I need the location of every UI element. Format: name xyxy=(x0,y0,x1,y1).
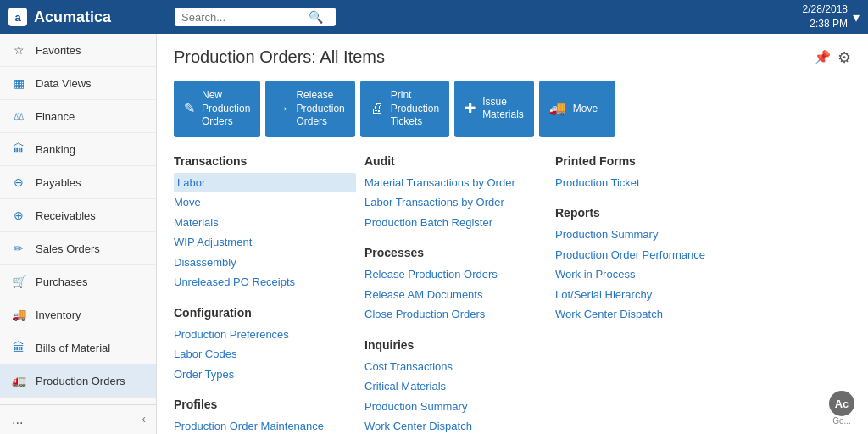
datetime: 2/28/2018 2:38 PM xyxy=(803,3,848,31)
menu-item-close-production-orders[interactable]: Close Production Orders xyxy=(364,304,547,325)
sidebar-item-payables[interactable]: ⊖ Payables xyxy=(0,166,156,199)
menu-item-wip-adjustment[interactable]: WIP Adjustment xyxy=(174,232,356,253)
menu-item-labor-transactions-by-order[interactable]: Labor Transactions by Order xyxy=(364,192,547,213)
sidebar-item-favorites[interactable]: ☆ Favorites xyxy=(0,34,156,67)
move-button[interactable]: 🚚 Move xyxy=(539,81,615,137)
topbar: a Acumatica 🔍 2/28/2018 2:38 PM ▾ xyxy=(0,0,868,34)
purchases-icon: 🛒 xyxy=(10,273,27,290)
favorites-icon: ☆ xyxy=(10,42,27,58)
sidebar-label-banking: Banking xyxy=(36,143,146,156)
logo: a Acumatica xyxy=(8,8,161,26)
sidebar-label-bills: Bills of Material xyxy=(36,342,146,354)
sidebar-label-purchases: Purchases xyxy=(36,275,146,288)
release-production-orders-button[interactable]: → ReleaseProductionOrders xyxy=(265,81,354,137)
sidebar-more-button[interactable]: ... xyxy=(0,405,131,434)
sidebar-item-banking[interactable]: 🏛 Banking xyxy=(0,133,156,166)
menu-item-production-preferences[interactable]: Production Preferences xyxy=(174,325,356,345)
search-bar[interactable]: 🔍 xyxy=(175,8,336,26)
action-buttons-row: ✎ NewProductionOrders → ReleaseProductio… xyxy=(174,81,851,137)
bills-icon: 🏛 xyxy=(10,339,27,356)
new-production-orders-button[interactable]: ✎ NewProductionOrders xyxy=(174,81,260,137)
move-icon: 🚚 xyxy=(549,100,566,118)
menu-item-disassembly[interactable]: Disassembly xyxy=(174,253,356,273)
sidebar-item-finance[interactable]: ⚖ Finance xyxy=(0,100,156,133)
data-views-icon: ▦ xyxy=(10,75,27,92)
audit-section: Audit Material Transactions by Order Lab… xyxy=(364,154,547,233)
search-input[interactable] xyxy=(181,11,309,24)
sidebar-label-inventory: Inventory xyxy=(36,309,146,321)
release-production-orders-label: ReleaseProductionOrders xyxy=(296,89,344,129)
sidebar-label-receivables: Receivables xyxy=(36,209,146,222)
payables-icon: ⊖ xyxy=(10,174,27,191)
sidebar: ☆ Favorites ▦ Data Views ⚖ Finance 🏛 Ban… xyxy=(0,34,157,434)
sidebar-item-bills-of-material[interactable]: 🏛 Bills of Material xyxy=(0,331,156,364)
pin-icon[interactable]: 📌 xyxy=(814,49,831,65)
menu-item-production-ticket[interactable]: Production Ticket xyxy=(555,173,737,193)
menu-item-cost-transactions[interactable]: Cost Transactions xyxy=(364,357,547,377)
sidebar-collapse-button[interactable]: ‹ xyxy=(131,405,156,434)
menu-item-work-center-dispatch-rpt[interactable]: Work Center Dispatch xyxy=(555,304,737,325)
transactions-title: Transactions xyxy=(174,154,356,168)
sidebar-item-purchases[interactable]: 🛒 Purchases xyxy=(0,265,156,298)
avatar-initials: Ac xyxy=(835,398,849,410)
menu-item-order-types[interactable]: Order Types xyxy=(174,364,356,385)
issue-materials-button[interactable]: ✚ IssueMaterials xyxy=(454,81,534,137)
settings-icon[interactable]: ⚙ xyxy=(837,48,851,67)
menu-columns: Transactions Labor Move Materials WIP Ad… xyxy=(174,154,851,434)
topbar-chevron-icon[interactable]: ▾ xyxy=(853,9,860,25)
menu-item-lot-serial-hierarchy[interactable]: Lot/Serial Hierarchy xyxy=(555,285,737,305)
content-area: Production Orders: All Items 📌 ⚙ ✎ NewPr… xyxy=(157,34,868,434)
menu-item-labor-codes[interactable]: Labor Codes xyxy=(174,344,356,364)
configuration-title: Configuration xyxy=(174,306,356,320)
menu-item-labor[interactable]: Labor xyxy=(174,173,356,193)
time: 2:38 PM xyxy=(803,17,848,31)
menu-item-production-summary-rpt[interactable]: Production Summary xyxy=(555,225,737,245)
profiles-title: Profiles xyxy=(174,398,356,411)
processes-title: Processes xyxy=(364,246,547,259)
configuration-section: Configuration Production Preferences Lab… xyxy=(174,306,356,385)
print-production-tickets-button[interactable]: 🖨 PrintProductionTickets xyxy=(360,81,449,137)
menu-item-critical-materials[interactable]: Critical Materials xyxy=(364,376,547,397)
move-label: Move xyxy=(573,103,598,116)
reports-section: Reports Production Summary Production Or… xyxy=(555,206,737,325)
menu-item-production-order-maintenance[interactable]: Production Order Maintenance xyxy=(174,416,356,434)
menu-item-work-in-process[interactable]: Work in Process xyxy=(555,264,737,285)
sidebar-label-payables: Payables xyxy=(36,176,146,189)
menu-item-move[interactable]: Move xyxy=(174,192,356,213)
sidebar-item-receivables[interactable]: ⊕ Receivables xyxy=(0,199,156,232)
menu-item-materials[interactable]: Materials xyxy=(174,213,356,233)
menu-item-release-am-documents[interactable]: Release AM Documents xyxy=(364,285,547,305)
menu-col2: Audit Material Transactions by Order Lab… xyxy=(364,154,547,434)
page-actions: 📌 ⚙ xyxy=(814,48,851,67)
print-icon: 🖨 xyxy=(370,100,384,118)
receivables-icon: ⊕ xyxy=(10,207,27,224)
inquiries-title: Inquiries xyxy=(364,338,547,352)
menu-item-unreleased-po-receipts[interactable]: Unreleased PO Receipts xyxy=(174,272,356,292)
sidebar-item-inventory[interactable]: 🚚 Inventory xyxy=(0,298,156,331)
processes-section: Processes Release Production Orders Rele… xyxy=(364,246,547,325)
menu-item-production-batch-register[interactable]: Production Batch Register xyxy=(364,213,547,233)
sidebar-label-favorites: Favorites xyxy=(36,44,146,57)
avatar-sub: Go... xyxy=(832,416,851,426)
sidebar-item-data-views[interactable]: ▦ Data Views xyxy=(0,67,156,100)
inquiries-section: Inquiries Cost Transactions Critical Mat… xyxy=(364,338,547,434)
avatar: Ac xyxy=(829,391,854,416)
menu-col1: Transactions Labor Move Materials WIP Ad… xyxy=(174,154,356,434)
date: 2/28/2018 xyxy=(803,3,848,17)
new-production-orders-label: NewProductionOrders xyxy=(202,89,250,129)
page-header: Production Orders: All Items 📌 ⚙ xyxy=(174,47,851,67)
menu-item-release-production-orders[interactable]: Release Production Orders xyxy=(364,264,547,285)
sidebar-item-production-orders[interactable]: 🚛 Production Orders xyxy=(0,364,156,398)
menu-item-material-transactions-by-order[interactable]: Material Transactions by Order xyxy=(364,173,547,193)
printed-forms-title: Printed Forms xyxy=(555,154,737,168)
page-title: Production Orders: All Items xyxy=(174,47,385,67)
menu-item-work-center-dispatch-inq[interactable]: Work Center Dispatch xyxy=(364,416,547,434)
new-production-orders-icon: ✎ xyxy=(184,100,195,118)
logo-icon: a xyxy=(8,8,27,26)
menu-item-production-summary-inq[interactable]: Production Summary xyxy=(364,397,547,417)
menu-item-production-order-performance[interactable]: Production Order Performance xyxy=(555,245,737,265)
sidebar-label-production-orders: Production Orders xyxy=(36,375,146,387)
main-layout: ☆ Favorites ▦ Data Views ⚖ Finance 🏛 Ban… xyxy=(0,34,868,434)
inventory-icon: 🚚 xyxy=(10,306,27,323)
sidebar-item-sales-orders[interactable]: ✏ Sales Orders xyxy=(0,232,156,265)
